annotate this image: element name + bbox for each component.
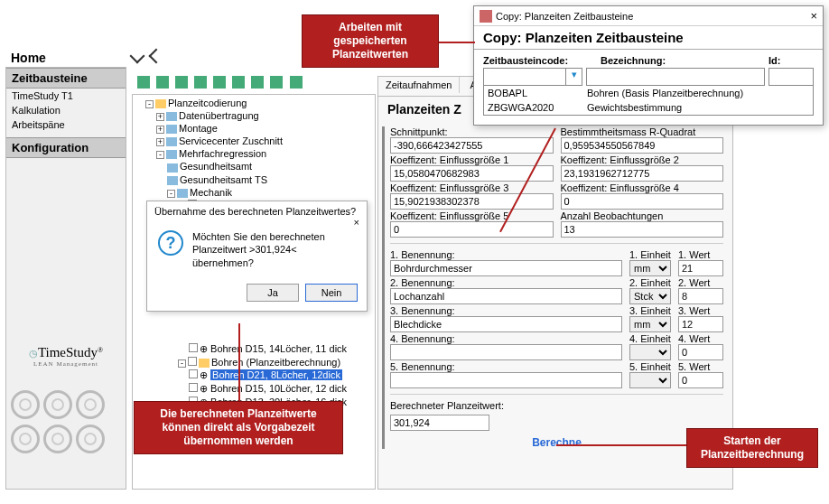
w1-input[interactable]	[678, 260, 723, 276]
tool-icon[interactable]	[156, 76, 169, 89]
b5-input[interactable]	[390, 372, 622, 388]
tool-icon[interactable]	[194, 76, 207, 89]
tool-icon[interactable]	[213, 76, 226, 89]
confirm-dialog: Übernahme des berechneten Planzeitwertes…	[146, 201, 368, 312]
tool-icon[interactable]	[137, 76, 150, 89]
yes-button[interactable]: Ja	[247, 284, 299, 302]
section-konfiguration: Konfiguration	[6, 137, 126, 158]
k4-input[interactable]	[561, 193, 724, 210]
r2-input[interactable]	[561, 137, 724, 154]
w4-input[interactable]	[678, 344, 723, 360]
copy-dropdown-list: BOBAPLBohren (Basis Planzeitberechnung) …	[483, 86, 814, 116]
tree-leaf-selected[interactable]: ⊕ Bohren D21, 8Löcher, 12dick	[135, 369, 373, 382]
tree-leaf[interactable]: ⊕ Bohren D15, 14Löcher, 11 dick	[135, 342, 373, 356]
list-item[interactable]: BOBAPLBohren (Basis Planzeitberechnung)	[484, 86, 813, 100]
tree-node[interactable]: -Bohren (Planzeitberechnung)	[135, 356, 373, 369]
k3-input[interactable]	[390, 193, 554, 210]
id-input[interactable]	[768, 68, 814, 86]
tree-node[interactable]: +Servicecenter Zuschnitt	[135, 135, 373, 147]
tree-toolbar	[135, 76, 367, 92]
pin-icon[interactable]	[130, 49, 145, 64]
b3-input[interactable]	[390, 316, 622, 332]
bez-input[interactable]	[586, 68, 765, 86]
pin-icon-2[interactable]	[149, 49, 164, 64]
chevron-down-icon[interactable]: ▾	[565, 69, 582, 85]
tool-icon[interactable]	[251, 76, 264, 89]
no-button[interactable]: Nein	[305, 284, 358, 302]
schnitt-input[interactable]	[390, 137, 554, 154]
tool-icon[interactable]	[175, 76, 188, 89]
e3-select[interactable]: mm	[629, 316, 671, 332]
tree-node[interactable]: Gesundheitsamt TS	[135, 173, 373, 186]
menu-timestudy[interactable]: TimeStudy T1	[6, 89, 126, 103]
copy-header: Copy: Planzeiten Zeitbausteine	[474, 26, 823, 49]
close-icon[interactable]: ×	[354, 217, 359, 228]
w2-input[interactable]	[678, 288, 723, 304]
close-icon[interactable]: ×	[810, 9, 817, 23]
list-item[interactable]: ZBGWGA2020Gewichtsbestimmung	[484, 100, 813, 115]
tree-leaf[interactable]: ⊕ Bohren D15, 10Löcher, 12 dick	[135, 382, 373, 396]
tool-icon[interactable]	[270, 76, 283, 89]
callout-1: Arbeiten mit gespeicherten Planzeitwerte…	[302, 14, 439, 68]
form-panel: Zeitaufnahmen Arbeitsplan Planzeiten Z S…	[377, 76, 733, 490]
tab-zeitaufnahmen[interactable]: Zeitaufnahmen	[378, 77, 460, 93]
tool-icon[interactable]	[290, 76, 303, 89]
menu-kalkulation[interactable]: Kalkulation	[6, 103, 126, 117]
calculate-button[interactable]: Berechne	[526, 434, 587, 451]
copy-window: Copy: Planzeiten Zeitbausteine× Copy: Pl…	[473, 5, 824, 126]
result-input[interactable]	[390, 415, 489, 431]
e4-select[interactable]	[629, 344, 671, 360]
logo: ◷TimeStudy® LEAN Management	[9, 345, 123, 368]
question-icon: ?	[158, 230, 183, 256]
anz-input[interactable]	[561, 221, 724, 238]
w5-input[interactable]	[678, 372, 723, 388]
tree-node[interactable]: +Datenübertragung	[135, 109, 373, 122]
b4-input[interactable]	[390, 344, 622, 360]
tree-root[interactable]: -Planzeitcodierung	[135, 97, 373, 109]
k2-input[interactable]	[561, 165, 724, 182]
callout-3: Starten der Planzeitberechnung	[686, 428, 818, 468]
callout-2: Die berechneten Planzeitwerte können dir…	[134, 401, 343, 454]
tree-node[interactable]: -Mehrfachregression	[135, 147, 373, 160]
section-zeitbausteine: Zeitbausteine	[6, 68, 126, 89]
tree-node[interactable]: Gesundheitsamt	[135, 160, 373, 173]
tool-icon[interactable]	[232, 76, 245, 89]
dialog-message: Möchten Sie den berechneten Planzeitwert…	[192, 230, 343, 269]
w3-input[interactable]	[678, 316, 723, 332]
tree-node[interactable]: -Mechanik	[135, 186, 373, 199]
e1-select[interactable]: mm	[629, 260, 671, 276]
code-combo[interactable]: ▾	[483, 68, 582, 86]
home-link[interactable]: Home	[5, 49, 126, 67]
b2-input[interactable]	[390, 288, 622, 304]
tree-node[interactable]: +Montage	[135, 122, 373, 135]
e2-select[interactable]: Stck	[629, 288, 671, 304]
copy-titlebar: Copy: Planzeiten Zeitbausteine	[496, 11, 633, 22]
decorative-gears	[9, 388, 123, 488]
window-icon	[480, 10, 492, 23]
k5-input[interactable]	[390, 221, 554, 238]
menu-arbeitspaene[interactable]: Arbeitspäne	[6, 117, 126, 132]
b1-input[interactable]	[390, 260, 622, 276]
dialog-title: Übernahme des berechneten Planzeitwertes…	[154, 206, 356, 217]
e5-select[interactable]	[629, 372, 671, 388]
